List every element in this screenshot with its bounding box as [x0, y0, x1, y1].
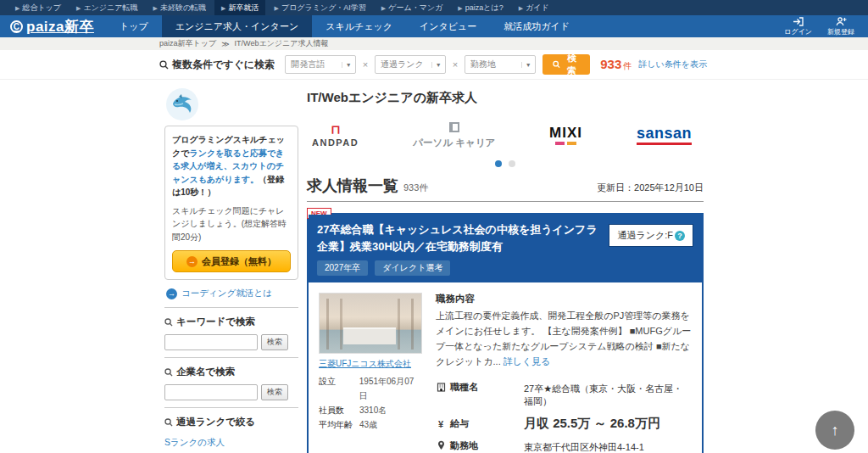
util-link-inexperienced[interactable]: ▶未経験の転職 — [146, 0, 213, 16]
triangle-icon: ▶ — [519, 5, 523, 11]
main-column: IT/Webエンジニアの新卒求人 ⊓ ANDPAD パーソル キャリア MIXI… — [307, 87, 704, 453]
breadcrumb-home[interactable]: paiza新卒トップ — [159, 38, 216, 49]
util-link-guide[interactable]: ▶ガイド — [512, 0, 556, 16]
job-description-title: 職務内容 — [436, 293, 692, 305]
carousel-dot[interactable] — [509, 160, 515, 167]
util-link-learning[interactable]: ▶プログラミング・AI学習 — [267, 0, 372, 16]
search-icon — [553, 60, 560, 69]
chevron-down-icon: ▼ — [521, 62, 535, 68]
util-link-career[interactable]: ▶エンジニア転職 — [70, 0, 144, 16]
result-count: 933 件 — [600, 57, 632, 72]
job-list-header: 求人情報一覧 933件 更新日：2025年12月10日 — [307, 176, 704, 202]
company-name-link[interactable]: 三菱UFJニコス株式会社 — [319, 358, 411, 370]
triangle-icon: ▶ — [153, 5, 157, 11]
partner-mixi-logo[interactable]: MIXI — [549, 126, 582, 145]
coding-shukatsu-link[interactable]: → コーディング就活とは — [166, 288, 298, 299]
tab-jobs-intern[interactable]: エンジニア求人・インターン — [162, 15, 312, 37]
company-input[interactable] — [164, 384, 258, 400]
job-card: NEW 27卒総合職【キャッシュレス社会の中核を担うインフラ企業】残業30H以内… — [307, 213, 704, 453]
tab-skillcheck[interactable]: スキルチェック — [312, 15, 406, 37]
keyword-search-button[interactable]: 検索 — [261, 334, 288, 350]
persol-icon — [449, 122, 459, 132]
company-search-title: 企業名で検索 — [164, 366, 298, 378]
job-tags: 2027年卒 ダイレクト選考 — [317, 260, 693, 276]
partner-logos-carousel: ⊓ ANDPAD パーソル キャリア MIXI sansan — [307, 113, 704, 157]
rank-select[interactable]: 通過ランク▼ — [375, 55, 446, 74]
close-icon[interactable]: × — [453, 59, 458, 70]
util-link-top[interactable]: ▶総合トップ — [8, 0, 68, 16]
company-column: 三菱UFJニコス株式会社 設立1951年06月07日 社員数3310名 平均年齢… — [319, 293, 422, 453]
yen-icon: ¥ — [436, 419, 446, 429]
partner-sansan-logo[interactable]: sansan — [637, 126, 692, 145]
page-title: IT/Webエンジニアの新卒求人 — [307, 90, 704, 106]
language-select[interactable]: 開発言語▼ — [285, 55, 356, 74]
arrow-right-icon: → — [186, 256, 198, 267]
login-icon — [793, 17, 804, 26]
rank-link-s[interactable]: Sランクの求人 — [164, 434, 298, 450]
tab-guide[interactable]: 就活成功ガイド — [490, 15, 583, 37]
detailed-conditions-link[interactable]: 詳しい条件を表示 — [638, 59, 707, 70]
carousel-dot-active[interactable] — [495, 160, 502, 167]
quick-search-label: 複数条件ですぐに検索 — [159, 58, 275, 72]
job-list-title: 求人情報一覧 — [307, 176, 398, 196]
promo-body: スキルチェック問題にチャレンジしましょう。(想定解答時間20分) — [172, 204, 291, 244]
member-register-button[interactable]: → 会員登録（無料） — [172, 250, 291, 272]
util-link-shinsotsu[interactable]: ▶新卒就活 — [214, 0, 265, 16]
rank-filter-title: 通過ランクで絞る — [164, 416, 298, 428]
chevron-down-icon: ▼ — [431, 62, 445, 68]
job-fields: 職種名 27卒★総合職（東京・大阪・名古屋・福岡） ¥給与 月収 25.5万 ～… — [436, 381, 692, 453]
company-photo — [319, 293, 422, 354]
arrow-up-icon: ↑ — [832, 422, 839, 439]
triangle-icon: ▶ — [381, 5, 386, 11]
read-more-link[interactable]: 詳しく見る — [504, 356, 551, 366]
main-nav: Cpaiza新卒 トップ エンジニア求人・インターン スキルチェック インタビュ… — [0, 15, 868, 37]
job-description-text: 上流工程の要件定義作成、開発工程全般のPJ管理等の業務をメインにお任せします。 … — [436, 308, 692, 370]
tag-grad-year: 2027年卒 — [317, 260, 368, 276]
logo[interactable]: Cpaiza新卒 — [0, 15, 106, 37]
company-search-button[interactable]: 検索 — [261, 384, 288, 400]
sidebar: プログラミングスキルチェックでランクを取ると応募できる求人が増え、スカウトのチャ… — [164, 87, 298, 453]
promo-lead: プログラミングスキルチェックでランクを取ると応募できる求人が増え、スカウトのチャ… — [172, 133, 291, 199]
util-link-game-manga[interactable]: ▶ゲーム・マンガ — [375, 0, 449, 16]
mixi-bars-icon — [555, 142, 576, 145]
utility-bar: ▶総合トップ ▶エンジニア転職 ▶未経験の転職 ▶新卒就活 ▶プログラミング・A… — [0, 0, 868, 15]
nav-tabs: トップ エンジニア求人・インターン スキルチェック インタビュー 就活成功ガイド — [106, 15, 583, 37]
util-link-about[interactable]: ▶paizaとは? — [451, 0, 509, 16]
partner-persol-logo[interactable]: パーソル キャリア — [413, 122, 495, 149]
skillcheck-promo-box: プログラミングスキルチェックでランクを取ると応募できる求人が増え、スカウトのチャ… — [164, 126, 298, 280]
location-select[interactable]: 勤務地▼ — [465, 55, 536, 74]
help-icon[interactable]: ? — [675, 231, 685, 241]
search-icon — [164, 368, 173, 377]
tag-direct-selection: ダイレクト選考 — [375, 260, 450, 276]
scroll-to-top-button[interactable]: ↑ — [815, 411, 854, 450]
rank-filter-section: 通過ランクで絞る Sランクの求人 Aランクの求人 Bランクの求人 Cランクの求人 — [164, 407, 298, 453]
breadcrumb: paiza新卒トップ ≫ IT/Webエンジニア求人情報 — [0, 37, 868, 50]
salary-value: 月収 25.5万 ～ 26.8万円 — [524, 416, 660, 432]
triangle-icon: ▶ — [15, 5, 19, 11]
job-title[interactable]: 27卒総合職【キャッシュレス社会の中核を担うインフラ企業】残業30H以内／在宅勤… — [317, 221, 605, 254]
job-card-header: 27卒総合職【キャッシュレス社会の中核を担うインフラ企業】残業30H以内／在宅勤… — [309, 215, 702, 282]
company-stats: 設立1951年06月07日 社員数3310名 平均年齢43歳 — [319, 374, 422, 432]
tab-top[interactable]: トップ — [106, 15, 162, 37]
carousel-dots — [307, 160, 704, 167]
dolphin-mascot-icon — [166, 88, 198, 120]
close-icon[interactable]: × — [363, 59, 368, 70]
keyword-search-title: キーワードで検索 — [164, 316, 298, 328]
sansan-underline — [637, 143, 692, 145]
job-list-updated: 更新日：2025年12月10日 — [597, 182, 704, 194]
search-icon — [159, 60, 169, 70]
breadcrumb-current: IT/Webエンジニア求人情報 — [235, 38, 329, 49]
job-list-count: 933件 — [403, 182, 428, 194]
tab-interview[interactable]: インタビュー — [406, 15, 490, 37]
andpad-icon: ⊓ — [331, 124, 340, 136]
nav-actions: ログイン 新規登録 — [779, 15, 868, 37]
login-button[interactable]: ログイン — [779, 15, 817, 37]
partner-andpad-logo[interactable]: ⊓ ANDPAD — [312, 124, 359, 148]
register-button[interactable]: 新規登録 — [822, 15, 860, 37]
search-button[interactable]: 検索 — [542, 54, 591, 75]
breadcrumb-separator: ≫ — [221, 40, 229, 48]
search-icon — [164, 418, 173, 427]
content-container: プログラミングスキルチェックでランクを取ると応募できる求人が増え、スカウトのチャ… — [164, 87, 704, 453]
search-icon — [164, 318, 173, 327]
keyword-input[interactable] — [164, 334, 258, 350]
